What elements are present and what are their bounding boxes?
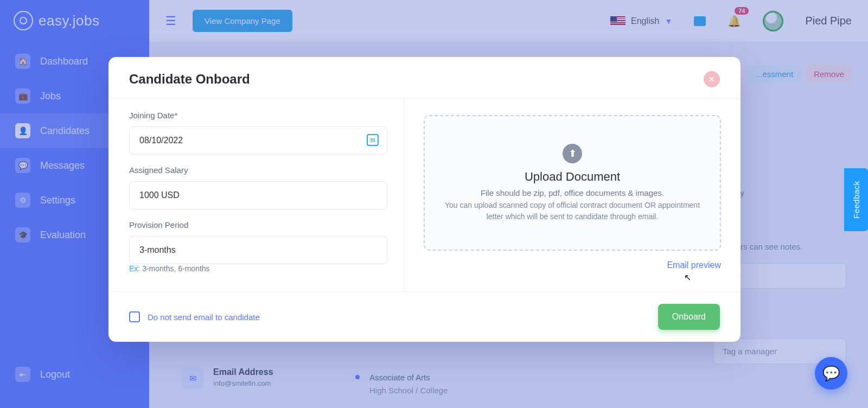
- support-chat-fab[interactable]: 💬: [815, 357, 847, 390]
- dont-send-email-label: Do not send email to candidate: [148, 313, 260, 322]
- upload-description: You can upload scanned copy of official …: [442, 200, 703, 222]
- dont-send-email-checkbox[interactable]: [129, 311, 140, 322]
- modal-header: Candidate Onboard ✕: [108, 57, 741, 99]
- joining-date-label: Joining Date*: [129, 111, 387, 120]
- modal-body: Joining Date* Assigned Salary Provision …: [108, 99, 741, 291]
- upload-icon: ⬆: [563, 144, 582, 163]
- modal-footer: Do not send email to candidate Onboard: [108, 291, 741, 342]
- close-icon[interactable]: ✕: [704, 71, 720, 87]
- calendar-icon[interactable]: [367, 134, 379, 146]
- provision-period-label: Provision Period: [129, 220, 387, 229]
- upload-column: ⬆ Upload Document File should be zip, pd…: [404, 99, 741, 291]
- upload-title: Upload Document: [525, 170, 620, 184]
- assigned-salary-input[interactable]: [129, 181, 387, 209]
- upload-subtitle: File should be zip, pdf, office document…: [481, 188, 664, 197]
- upload-dropzone[interactable]: ⬆ Upload Document File should be zip, pd…: [424, 115, 721, 251]
- feedback-tab[interactable]: Feedback: [844, 168, 868, 231]
- modal-title: Candidate Onboard: [129, 72, 250, 87]
- hint-text: 3-months, 6-months: [142, 264, 210, 273]
- hint-prefix: Ex:: [129, 264, 140, 273]
- candidate-onboard-modal: Candidate Onboard ✕ Joining Date* Assign…: [108, 57, 741, 342]
- email-preview-link[interactable]: Email preview: [667, 260, 721, 270]
- form-column: Joining Date* Assigned Salary Provision …: [108, 99, 404, 291]
- provision-hint: Ex: 3-months, 6-months: [129, 264, 387, 273]
- assigned-salary-label: Assigned Salary: [129, 165, 387, 175]
- joining-date-input[interactable]: [129, 126, 387, 155]
- provision-period-input[interactable]: [129, 236, 387, 264]
- onboard-button[interactable]: Onboard: [658, 304, 720, 330]
